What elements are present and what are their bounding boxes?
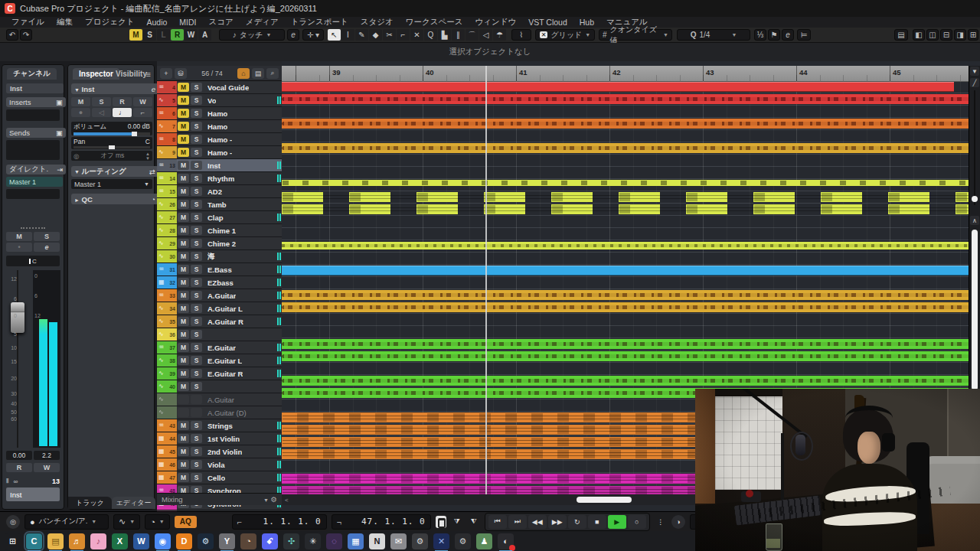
curve-adjust-icon[interactable]: ⌇ <box>511 29 531 41</box>
track-row-A.Guitar L[interactable]: ∿34MSA.Guitar L <box>157 302 282 315</box>
track-mute-button[interactable]: M <box>178 473 189 482</box>
channel-solo-button[interactable]: S <box>34 232 60 241</box>
event-clip-AD2[interactable] <box>282 180 969 186</box>
track-color-tab[interactable]: ♒43 <box>157 419 177 432</box>
track-color-tab[interactable]: ∿7 <box>157 120 177 132</box>
event-clip-Vocal Guide[interactable] <box>282 82 954 92</box>
redo-icon[interactable]: ↷ <box>20 29 32 41</box>
tab-track[interactable]: トラック <box>68 497 112 509</box>
excel-icon[interactable]: X <box>112 533 128 549</box>
track-row-Viola[interactable]: ▦46MSViola <box>157 458 282 471</box>
arrangement-lane-Rhythm[interactable] <box>282 167 969 179</box>
track-color-tab[interactable]: ∿9 <box>157 146 177 158</box>
horizontal-scroll-thumb[interactable] <box>577 497 632 503</box>
file-explorer-icon[interactable]: ▤ <box>47 533 64 549</box>
event-clip-E.Guitar R[interactable] <box>282 351 969 361</box>
track-color-tab[interactable]: ♒33 <box>157 289 177 302</box>
arrangement-lane-EZbass[interactable] <box>282 265 969 277</box>
inspector-mute-button[interactable]: M <box>71 97 90 106</box>
track-mute-button[interactable]: M <box>178 460 189 469</box>
menu-item-編集[interactable]: 編集 <box>51 17 78 28</box>
track-mute-button[interactable]: M <box>178 356 189 365</box>
arrangement-lane-Vo[interactable] <box>282 93 969 106</box>
fader-handle[interactable] <box>11 302 24 333</box>
stop-button[interactable]: ■ <box>588 515 606 529</box>
scroll-up-icon[interactable]: ∧ <box>970 216 979 225</box>
track-solo-button[interactable]: S <box>191 369 202 378</box>
toolbar-state-r[interactable]: R <box>171 29 184 41</box>
track-color-tab[interactable]: ▦45 <box>157 445 177 458</box>
track-solo-button[interactable]: S <box>191 291 202 300</box>
track-mute-button[interactable]: M <box>178 109 189 118</box>
channel-read-button[interactable]: R <box>6 463 32 472</box>
track-mute-button[interactable]: M <box>178 317 189 326</box>
track-solo-button[interactable]: S <box>191 278 202 287</box>
track-color-tab[interactable]: ∿34 <box>157 302 177 315</box>
beat-counter-dropdown[interactable]: ◔▼ <box>145 514 170 530</box>
track-mute-button[interactable]: M <box>178 239 189 248</box>
arrangement-lane-Hamo -[interactable] <box>282 130 969 142</box>
zoom-preset-icon[interactable]: ╱ <box>970 78 979 87</box>
track-row-A.Guitar (D)[interactable]: ∿MSA.Guitar (D) <box>157 406 282 419</box>
snap-type-dropdown[interactable]: ✕ グリッド ▼ <box>535 29 595 41</box>
track-color-tab[interactable]: ∿36 <box>157 328 177 341</box>
channel-pan-display[interactable]: C <box>6 256 60 266</box>
volume-control[interactable]: ボリューム0.00 dB <box>71 122 152 135</box>
glue-tool-icon[interactable]: ⌐ <box>397 29 410 41</box>
tab-editor[interactable]: エディター <box>112 497 155 509</box>
right-zone-toggle-icon[interactable]: ◨ <box>954 29 966 41</box>
track-solo-button[interactable]: S <box>191 317 202 326</box>
forward-button[interactable]: ▶▶ <box>548 515 567 529</box>
setup-window-layout-icon[interactable]: ⊞ <box>968 29 978 41</box>
record-button[interactable]: ○ <box>628 515 646 529</box>
track-row-Hamo -[interactable]: ∿9MSHamo - <box>157 146 282 159</box>
discord-icon[interactable]: ꗃ <box>262 533 278 549</box>
track-mute-button[interactable]: M <box>178 330 189 339</box>
pan-control[interactable]: PanC <box>71 137 152 149</box>
menu-item-audio[interactable]: Audio <box>141 18 172 27</box>
track-solo-button[interactable]: S <box>191 343 202 352</box>
track-mute-button[interactable]: M <box>178 447 189 456</box>
track-row-Hamo[interactable]: ♒6MSHamo <box>157 107 282 120</box>
track-color-tab[interactable]: ♒4 <box>157 81 177 93</box>
ruler-mode-dropdown-icon[interactable]: ▼ <box>970 67 979 76</box>
node-app-icon[interactable]: ✳ <box>305 533 321 549</box>
toolbar-state-w[interactable]: W <box>185 29 198 41</box>
mute-tool-icon[interactable]: ✕ <box>410 29 423 41</box>
stereo-icon[interactable]: ∞ <box>14 478 18 485</box>
track-filter-icon[interactable]: ▤ <box>252 68 264 79</box>
timer-app-icon[interactable]: ◔ <box>240 533 256 549</box>
notion-icon[interactable]: N <box>369 533 385 549</box>
tab-visibility[interactable]: Visibility <box>116 70 147 78</box>
track-row-Rhythm[interactable]: ♒14MSRhythm <box>157 172 282 185</box>
chat-app-icon[interactable]: ✉ <box>390 533 407 549</box>
track-mute-button[interactable]: M <box>178 148 189 157</box>
channel-slot[interactable]: Inst <box>6 83 64 93</box>
track-mute-button[interactable]: M <box>178 252 189 261</box>
clock-app-icon[interactable]: Y <box>219 533 235 549</box>
record-enable-icon[interactable]: ● <box>71 108 90 117</box>
track-color-tab[interactable]: ∿ <box>157 393 177 406</box>
arrangement-lane-Chime 2[interactable] <box>282 228 969 240</box>
erase-tool-icon[interactable]: ◆ <box>369 29 382 41</box>
arrangement-lane-Hamo -[interactable] <box>282 142 969 155</box>
track-row-A.Guitar[interactable]: ∿MSA.Guitar <box>157 393 282 406</box>
direct-section-header[interactable]: ダイレクト.⇥ <box>6 165 66 174</box>
track-mute-button[interactable]: M <box>178 304 189 313</box>
toolbar-state-m[interactable]: M <box>129 29 142 41</box>
triplet-icon[interactable]: ⅓ <box>754 29 766 41</box>
transport-config-icon[interactable]: ◎ <box>6 515 20 529</box>
track-solo-button[interactable]: S <box>191 447 202 456</box>
track-solo-button[interactable]: S <box>191 200 202 209</box>
track-color-tab[interactable]: ▦46 <box>157 458 177 471</box>
arrangement-lane-E.Bass[interactable] <box>282 253 969 265</box>
track-mute-button[interactable]: M <box>178 291 189 300</box>
track-mute-button[interactable]: M <box>178 135 189 144</box>
lower-zone-mixing-bar[interactable]: Mixing ▼ ⚙ <box>157 493 282 505</box>
track-row-EZbass[interactable]: ▦32MSEZbass <box>157 276 282 289</box>
x-mixer-app-icon[interactable]: ✕ <box>433 533 449 549</box>
menu-item-ワークスペース[interactable]: ワークスペース <box>400 17 469 28</box>
track-solo-button[interactable]: S <box>191 226 202 235</box>
inspector-solo-button[interactable]: S <box>92 97 111 106</box>
zoom-tool-icon[interactable]: Q <box>424 29 437 41</box>
